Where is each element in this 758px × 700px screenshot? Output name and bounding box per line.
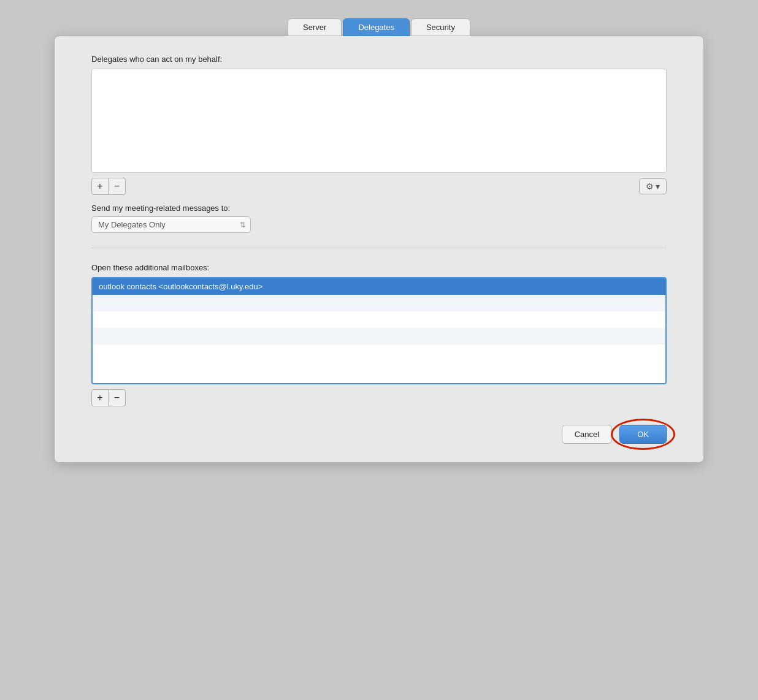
mailbox-remove-button[interactable]: − — [109, 389, 126, 406]
section-divider — [91, 248, 667, 248]
delegates-add-remove: + − — [91, 178, 126, 195]
meeting-messages-label: Send my meeting-related messages to: — [91, 204, 667, 213]
dialog-body: Delegates who can act on my behalf: + − … — [54, 36, 704, 463]
delegates-add-button[interactable]: + — [91, 178, 109, 195]
dialog-container: Server Delegates Security Delegates who … — [54, 18, 704, 463]
mailbox-list-empty-row-4 — [93, 344, 665, 361]
additional-mailboxes-label: Open these additional mailboxes: — [91, 263, 667, 272]
delegates-remove-button[interactable]: − — [109, 178, 126, 195]
tab-server[interactable]: Server — [288, 18, 342, 36]
bottom-controls: Cancel OK — [91, 425, 667, 444]
delegates-controls-row: + − ⚙ ▾ — [91, 178, 667, 195]
tab-delegates[interactable]: Delegates — [343, 18, 410, 36]
mailbox-list-item[interactable]: outlook contacts <outlookcontacts@l.uky.… — [93, 278, 665, 295]
delegates-section-label: Delegates who can act on my behalf: — [91, 55, 667, 64]
delegates-list[interactable] — [91, 69, 667, 173]
gear-menu-button[interactable]: ⚙ ▾ — [639, 178, 667, 194]
chevron-down-icon: ▾ — [656, 181, 660, 191]
mailbox-list-empty-row-1 — [93, 295, 665, 311]
tab-bar: Server Delegates Security — [54, 18, 704, 36]
mailbox-list[interactable]: outlook contacts <outlookcontacts@l.uky.… — [91, 277, 667, 384]
mailbox-list-empty-row-3 — [93, 328, 665, 344]
meeting-messages-select[interactable]: My Delegates Only My Delegates and Me On… — [91, 216, 251, 233]
cancel-button[interactable]: Cancel — [562, 425, 612, 444]
tab-security[interactable]: Security — [411, 18, 470, 36]
delegates-list-container — [91, 69, 667, 173]
ok-button[interactable]: OK — [619, 425, 667, 444]
mailbox-controls-row: + − — [91, 389, 667, 406]
meeting-messages-select-wrapper: My Delegates Only My Delegates and Me On… — [91, 216, 251, 233]
mailbox-list-empty-row-2 — [93, 311, 665, 328]
ok-button-wrapper: OK — [619, 425, 667, 444]
mailbox-add-remove: + − — [91, 389, 126, 406]
mailbox-add-button[interactable]: + — [91, 389, 109, 406]
gear-icon: ⚙ — [646, 181, 654, 191]
